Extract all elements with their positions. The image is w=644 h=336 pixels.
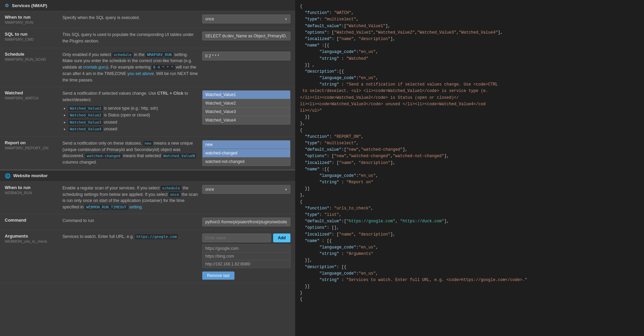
webmon-command-input[interactable] xyxy=(202,218,290,226)
nmap-when-select-wrapper[interactable]: once schedule disabled xyxy=(202,15,290,23)
nmap-sql-label: SQL to run xyxy=(5,32,59,37)
services-nmap-header: ⚙ Services (NMAP) xyxy=(0,0,295,11)
nmap-when-desc: Specify when the SQL query is executed. xyxy=(62,15,140,20)
timezone-link[interactable]: you set above xyxy=(128,71,154,76)
webmon-when-label: When to run xyxy=(5,185,59,190)
webmon-when-select-wrapper[interactable]: once schedule disabled xyxy=(202,185,290,194)
nmap-report-label: Report on xyxy=(5,140,59,145)
nmap-sql-key: NMAPSRV_CMD xyxy=(5,37,59,41)
report-option-watched-changed[interactable]: watched-changed xyxy=(203,149,290,157)
nmap-sql-desc: This SQL query is used to populate the c… xyxy=(62,32,194,43)
args-value-input[interactable] xyxy=(202,234,271,242)
schedule-code-2: NMAPSRV_RUN xyxy=(146,52,173,57)
schedule-code-1: schedule xyxy=(112,52,133,57)
code-content: { "function": "WATCH", "type": "multisel… xyxy=(300,4,527,302)
watched-item-3: Watched_Value3 unused xyxy=(69,119,199,126)
nmap-schedule-key: NMAPSRV_RUN_SCHD xyxy=(5,57,59,61)
nmap-title: Services (NMAP) xyxy=(12,3,47,8)
nmap-sql-row: SQL to run NMAPSRV_CMD This SQL query is… xyxy=(0,28,295,48)
schedule-code-3: 0 4 * * * xyxy=(152,65,175,70)
nmap-schedule-input[interactable] xyxy=(202,52,290,60)
website-icon: 🌐 xyxy=(5,173,11,179)
left-panel: ⚙ Services (NMAP) When to run NMAPSRV_RU… xyxy=(0,0,295,336)
watched-item-1: Watched_Value1 is service type (e.g.: ht… xyxy=(69,105,199,112)
watched-option-3[interactable]: Watched_Value3 xyxy=(203,107,290,116)
args-item-1: https://google.com xyxy=(203,245,290,253)
report-option-watched-not-changed[interactable]: watched-not-changed xyxy=(203,157,290,166)
nmap-watched-key: NMAPSRV_WATCH xyxy=(5,96,59,100)
nmap-when-label: When to run xyxy=(5,15,59,20)
webmon-arguments-label: Arguments xyxy=(5,234,59,239)
nmap-watched-desc: Send a notification if selected values c… xyxy=(62,90,199,133)
webmon-when-to-run-row: When to run WEBMON_RUN Enable a regular … xyxy=(0,182,295,214)
nmap-watched-row: Watched NMAPSRV_WATCH Send a notificatio… xyxy=(0,87,295,137)
webmon-arguments-key: WEBMON_urls_to_check xyxy=(5,239,59,243)
watched-option-4[interactable]: Watched_Value4 xyxy=(203,116,290,124)
webmon-setting-link[interactable]: setting xyxy=(129,205,142,209)
watched-multiselect[interactable]: Watched_Value1 Watched_Value2 Watched_Va… xyxy=(202,90,290,125)
nmap-sql-input[interactable] xyxy=(202,32,290,40)
nmap-when-key: NMAPSRV_RUN xyxy=(5,20,59,24)
webmon-command-desc: Command to run xyxy=(62,218,94,223)
webmon-arguments-desc: Services to watch. Enter full URL, e.g. … xyxy=(62,234,199,240)
nmap-report-key: NMAPSRV_REPORT_ON xyxy=(5,146,59,150)
args-add-button[interactable]: Add xyxy=(273,234,290,242)
args-list: https://google.com https://bing.com http… xyxy=(202,244,290,268)
report-option-new[interactable]: new xyxy=(203,141,290,149)
webmon-arguments-row: Arguments WEBMON_urls_to_check Services … xyxy=(0,230,295,283)
nmap-watched-label: Watched xyxy=(5,90,59,95)
webmon-when-key: WEBMON_RUN xyxy=(5,191,59,195)
args-item-2: https://bing.com xyxy=(203,253,290,260)
watched-item-2: Watched_Value2 is Status (open or closed… xyxy=(69,112,199,118)
crontab-link[interactable]: crontab.guru xyxy=(83,65,107,70)
nmap-report-desc: Send a notification only on these status… xyxy=(62,140,199,166)
nmap-schedule-desc: Only enabled if you select schedule in t… xyxy=(62,52,199,83)
nmap-icon: ⚙ xyxy=(5,3,9,8)
nmap-schedule-row: Schedule NMAPSRV_RUN_SCHD Only enabled i… xyxy=(0,48,295,87)
watched-option-2[interactable]: Watched_Value2 xyxy=(203,99,290,107)
watched-item-4: Watched_Value4 unused xyxy=(69,126,199,132)
website-title: Website monitor xyxy=(13,173,48,178)
nmap-report-on-row: Report on NMAPSRV_REPORT_ON Send a notif… xyxy=(0,137,295,170)
args-item-3: http://192.168.1.82:8086/ xyxy=(203,260,290,268)
webmon-command-row: Command Command to run xyxy=(0,214,295,230)
nmap-when-select[interactable]: once schedule disabled xyxy=(202,15,290,23)
webmon-when-desc: Enable a regular scan of your services. … xyxy=(62,185,199,210)
webmon-command-label: Command xyxy=(5,218,59,223)
nmap-when-to-run-row: When to run NMAPSRV_RUN Specify when the… xyxy=(0,11,295,28)
nmap-schedule-label: Schedule xyxy=(5,52,59,57)
report-on-multiselect[interactable]: new watched-changed watched-not-changed xyxy=(202,140,290,166)
website-monitor-header: 🌐 Website monitor xyxy=(0,170,295,182)
webmon-when-select[interactable]: once schedule disabled xyxy=(202,185,290,194)
args-input-row: Add xyxy=(202,234,290,242)
watched-option-1[interactable]: Watched_Value1 xyxy=(203,91,290,99)
args-remove-button[interactable]: Remove last xyxy=(202,272,234,280)
code-panel: { "function": "WATCH", "type": "multisel… xyxy=(295,0,644,336)
